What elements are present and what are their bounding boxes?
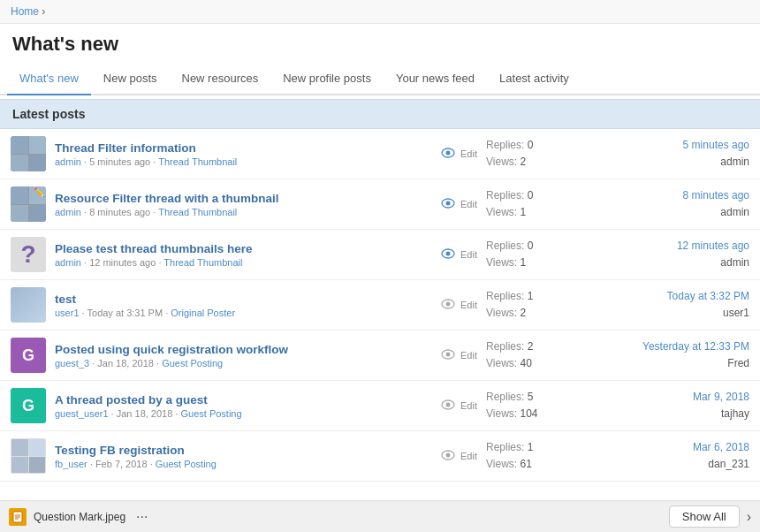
post-tag[interactable]: Guest Posting xyxy=(162,358,223,369)
tabs-bar: What's new New posts New resources New p… xyxy=(0,63,760,95)
post-row: Testing FB registration fb_user · Feb 7,… xyxy=(0,431,760,482)
last-post-user[interactable]: dan_231 xyxy=(608,456,749,473)
last-post-time[interactable]: Mar 6, 2018 xyxy=(693,441,749,453)
edit-link[interactable]: Edit xyxy=(460,451,477,461)
post-author[interactable]: admin xyxy=(55,257,81,268)
post-actions: Edit xyxy=(441,198,477,211)
replies-label: Replies: xyxy=(486,290,528,302)
replies-label: Replies: xyxy=(486,391,528,403)
post-title-link[interactable]: Thread Filter information xyxy=(55,141,441,155)
edit-link[interactable]: Edit xyxy=(460,148,477,159)
views-label: Views: xyxy=(486,407,520,420)
post-tag[interactable]: Original Poster xyxy=(171,308,235,318)
post-tag[interactable]: Thread Thumbnail xyxy=(158,207,237,217)
replies-label: Replies: xyxy=(486,189,528,201)
post-actions: Edit xyxy=(441,399,477,413)
breadcrumb-home[interactable]: Home xyxy=(11,5,39,18)
tab-your-news-feed[interactable]: Your news feed xyxy=(384,63,487,95)
views-label: Views: xyxy=(486,206,520,218)
post-main: Resource Filter thread with a thumbnail … xyxy=(55,192,441,217)
watch-icon[interactable] xyxy=(441,148,455,161)
tab-new-posts[interactable]: New posts xyxy=(91,63,170,95)
post-main: Thread Filter information admin · 5 minu… xyxy=(55,141,441,167)
post-row: G Posted using quick registration workfl… xyxy=(0,331,760,381)
tab-new-profile-posts[interactable]: New profile posts xyxy=(270,63,384,95)
post-tag[interactable]: Guest Posting xyxy=(181,408,242,419)
watch-icon[interactable] xyxy=(441,450,455,463)
post-stats: Replies: 2 Views: 40 xyxy=(486,338,601,372)
post-meta: guest_3 · Jan 18, 2018 · Guest Posting xyxy=(55,358,441,369)
post-title-link[interactable]: Posted using quick registration workflow xyxy=(55,343,441,356)
post-tag[interactable]: Guest Posting xyxy=(156,459,217,469)
edit-link[interactable]: Edit xyxy=(460,199,477,209)
post-time-meta: 8 minutes ago xyxy=(89,207,150,217)
last-post-user[interactable]: user1 xyxy=(608,305,749,322)
post-time-meta: Jan 18, 2018 xyxy=(97,358,154,369)
last-post-time[interactable]: 8 minutes ago xyxy=(683,189,749,201)
tab-latest-activity[interactable]: Latest activity xyxy=(487,63,581,95)
tab-whats-new[interactable]: What's new xyxy=(7,63,91,95)
watch-icon[interactable] xyxy=(441,399,455,413)
post-thumb xyxy=(11,287,46,323)
replies-count: 1 xyxy=(528,290,534,302)
post-tag[interactable]: Thread Thumbnail xyxy=(163,257,242,268)
post-title-link[interactable]: test xyxy=(55,293,441,306)
last-post-time[interactable]: 5 minutes ago xyxy=(683,139,749,151)
post-time-block: 5 minutes ago admin xyxy=(608,137,749,171)
replies-count: 0 xyxy=(528,239,534,252)
post-author[interactable]: guest_user1 xyxy=(55,408,109,419)
post-title-link[interactable]: Testing FB registration xyxy=(55,444,441,457)
breadcrumb-separator: › xyxy=(42,5,45,18)
replies-label: Replies: xyxy=(486,441,528,453)
post-author[interactable]: admin xyxy=(55,156,81,167)
post-actions: Edit xyxy=(441,299,477,312)
post-tag[interactable]: Thread Thumbnail xyxy=(158,156,237,167)
post-row: ? Please test thread thumbnails here adm… xyxy=(0,230,760,280)
last-post-user[interactable]: admin xyxy=(608,255,749,271)
last-post-user[interactable]: admin xyxy=(608,154,749,171)
edit-link[interactable]: Edit xyxy=(460,400,477,411)
post-author[interactable]: fb_user xyxy=(55,459,87,469)
watch-icon[interactable] xyxy=(441,349,455,362)
post-time-block: 8 minutes ago admin xyxy=(608,187,749,221)
post-author[interactable]: guest_3 xyxy=(55,358,89,369)
tab-new-resources[interactable]: New resources xyxy=(170,63,271,95)
svg-point-1 xyxy=(446,150,451,155)
post-actions: Edit xyxy=(441,349,477,362)
last-post-time[interactable]: 12 minutes ago xyxy=(677,239,749,252)
post-thumb xyxy=(11,136,46,171)
watch-icon[interactable] xyxy=(441,299,455,312)
replies-count: 5 xyxy=(528,391,534,403)
post-meta: guest_user1 · Jan 18, 2018 · Guest Posti… xyxy=(55,408,441,419)
post-row: Thread Filter information admin · 5 minu… xyxy=(0,129,760,179)
breadcrumb: Home › xyxy=(0,0,760,24)
post-meta: user1 · Today at 3:31 PM · Original Post… xyxy=(55,308,441,318)
post-time-meta: Jan 18, 2018 xyxy=(117,408,173,419)
last-post-user[interactable]: admin xyxy=(608,204,749,221)
post-author[interactable]: user1 xyxy=(55,308,80,318)
post-title-link[interactable]: Resource Filter thread with a thumbnail xyxy=(55,192,441,205)
edit-link[interactable]: Edit xyxy=(460,249,477,260)
post-avatar: G xyxy=(11,388,46,423)
watch-icon[interactable] xyxy=(441,248,455,262)
svg-point-5 xyxy=(446,251,451,255)
edit-link[interactable]: Edit xyxy=(460,300,477,310)
post-stats: Replies: 0 Views: 1 xyxy=(486,187,601,221)
views-label: Views: xyxy=(486,156,520,168)
post-author[interactable]: admin xyxy=(55,207,81,217)
post-title-link[interactable]: Please test thread thumbnails here xyxy=(55,242,441,255)
last-post-time[interactable]: Today at 3:32 PM xyxy=(667,290,749,302)
post-time-block: 12 minutes ago admin xyxy=(608,238,749,271)
last-post-user[interactable]: Fred xyxy=(608,355,749,372)
svg-point-13 xyxy=(446,452,451,457)
post-meta: admin · 12 minutes ago · Thread Thumbnai… xyxy=(55,257,441,268)
last-post-time[interactable]: Yesterday at 12:33 PM xyxy=(642,340,749,353)
watch-icon[interactable] xyxy=(441,198,455,211)
replies-count: 2 xyxy=(528,340,534,353)
views-label: Views: xyxy=(486,256,520,269)
last-post-user[interactable]: tajhay xyxy=(608,406,749,422)
last-post-time[interactable]: Mar 9, 2018 xyxy=(693,391,749,403)
replies-label: Replies: xyxy=(486,139,528,151)
post-title-link[interactable]: A thread posted by a guest xyxy=(55,393,441,407)
edit-link[interactable]: Edit xyxy=(460,350,477,361)
